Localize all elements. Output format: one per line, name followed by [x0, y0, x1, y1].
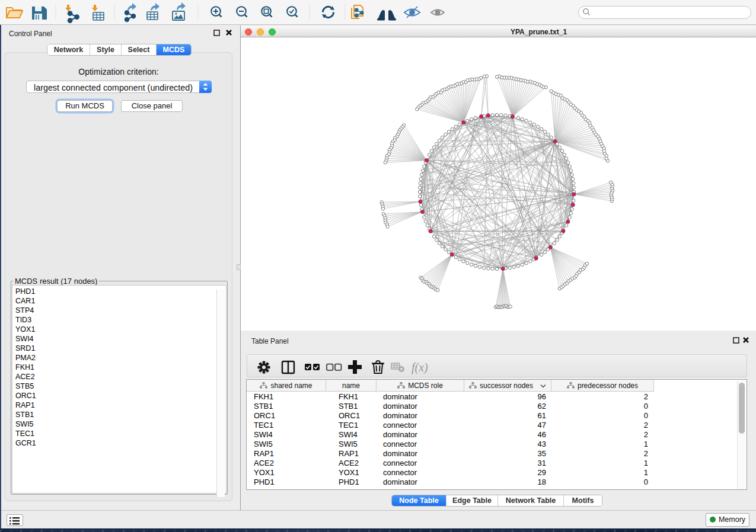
- svg-text:f(x): f(x): [412, 361, 428, 374]
